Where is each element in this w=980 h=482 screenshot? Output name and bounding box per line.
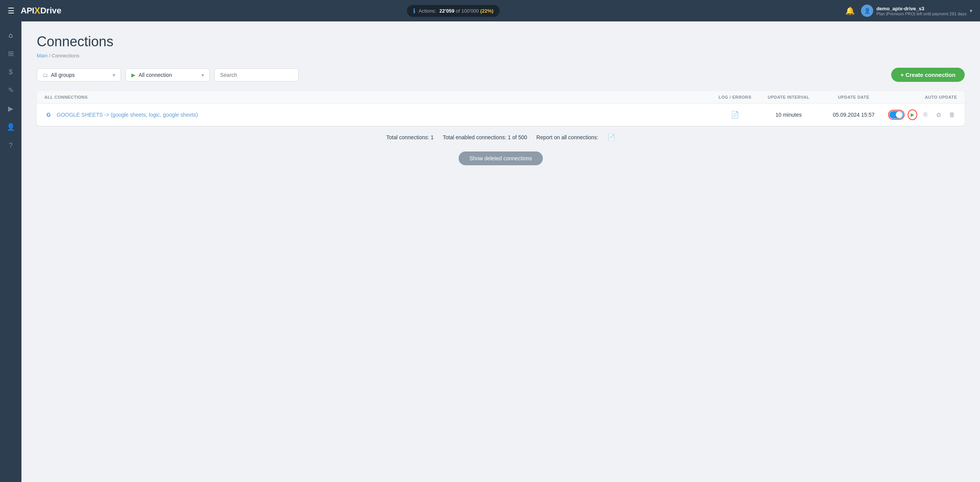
topnav-right: 🔔 👤 demo_apix-drive_s3 Plan |Premium PRO… [845, 5, 972, 17]
report-label: Report on all connections: [536, 134, 598, 140]
topnav: ☰ APIXDrive ℹ Actions: 22'059 of 100'000… [0, 0, 980, 21]
connection-filter-label: All connection [139, 72, 172, 78]
actions-pct: (22%) [480, 8, 494, 14]
hamburger-icon[interactable]: ☰ [8, 6, 15, 15]
actions-used: 22'059 [439, 8, 454, 14]
sidebar-item-billing[interactable]: $ [3, 64, 18, 80]
sidebar-item-play[interactable]: ▶ [3, 101, 18, 116]
settings-icon[interactable]: ⚙ [934, 109, 944, 120]
auto-update-toggle[interactable] [888, 110, 905, 120]
page-title: Connections [37, 34, 965, 50]
table-row: G GOOGLE SHEETS -> (google sheets, logic… [37, 104, 965, 126]
chevron-down-icon: ▾ [970, 8, 972, 14]
actions-label: Actions: [418, 8, 436, 14]
user-info: demo_apix-drive_s3 Plan |Premium PRO| le… [876, 6, 967, 16]
header-all-connections: ALL CONNECTIONS [44, 95, 712, 99]
sidebar-item-help[interactable]: ? [3, 138, 18, 153]
logo-api: API [21, 6, 34, 16]
toggle-thumb [896, 111, 903, 118]
logo-x: X [34, 5, 40, 16]
user-plan: Plan |Premium PRO| left until payment 26… [876, 11, 967, 16]
actions-badge: ℹ Actions: 22'059 of 100'000 (22%) [407, 5, 500, 17]
user-name: demo_apix-drive_s3 [876, 6, 967, 11]
bell-icon[interactable]: 🔔 [845, 6, 855, 15]
toolbar-left: 🗂 All groups ▾ ▶ All connection ▾ [37, 68, 887, 81]
stats-row: Total connections: 1 Total enabled conne… [37, 126, 965, 148]
sidebar-item-dashboard[interactable]: ⊞ [3, 46, 18, 61]
folder-icon: 🗂 [42, 72, 48, 78]
actions-cell: ▶ ⎘ ⚙ 🗑 [888, 109, 957, 120]
connection-link[interactable]: GOOGLE SHEETS -> (google sheets, logic, … [57, 112, 198, 118]
date-cell: 05.09.2024 15:57 [819, 112, 888, 118]
log-cell: 📄 [712, 111, 758, 119]
actions-of: of [456, 8, 460, 14]
main-layout: ⌂ ⊞ $ ✎ ▶ 👤 ? Connections Main / Connect… [0, 21, 980, 482]
groups-chevron-icon: ▾ [113, 72, 115, 78]
topnav-center: ℹ Actions: 22'059 of 100'000 (22%) [61, 5, 845, 17]
connections-table: ALL CONNECTIONS LOG / ERRORS UPDATE INTE… [37, 91, 965, 126]
google-icon: G [44, 111, 53, 119]
sidebar-item-user[interactable]: 👤 [3, 119, 18, 135]
total-enabled: Total enabled connections: 1 of 500 [443, 134, 527, 140]
sidebar: ⌂ ⊞ $ ✎ ▶ 👤 ? [0, 21, 21, 482]
groups-dropdown[interactable]: 🗂 All groups ▾ [37, 68, 121, 81]
total-connections: Total connections: 1 [386, 134, 434, 140]
actions-count: 22'059 of 100'000 (22%) [439, 8, 494, 14]
toggle-track [889, 111, 903, 119]
toolbar: 🗂 All groups ▾ ▶ All connection ▾ + Crea… [37, 68, 965, 82]
breadcrumb-sep: / [47, 53, 52, 59]
show-deleted-button[interactable]: Show deleted connections [459, 151, 542, 165]
delete-icon[interactable]: 🗑 [947, 109, 957, 120]
logo: APIXDrive [21, 5, 61, 16]
groups-label: All groups [51, 72, 75, 78]
header-auto-update: AUTO UPDATE [888, 95, 957, 99]
connection-filter-dropdown[interactable]: ▶ All connection ▾ [126, 68, 210, 81]
interval-cell: 10 minutes [758, 112, 819, 118]
avatar: 👤 [861, 5, 873, 17]
filter-play-icon: ▶ [131, 72, 136, 78]
actions-total: 100'000 [461, 8, 479, 14]
breadcrumb: Main / Connections [37, 53, 965, 59]
info-icon: ℹ [413, 7, 415, 15]
copy-icon[interactable]: ⎘ [920, 109, 931, 120]
search-wrapper [214, 68, 299, 81]
sidebar-item-home[interactable]: ⌂ [3, 28, 18, 43]
topnav-left: ☰ APIXDrive [8, 5, 61, 16]
table-header: ALL CONNECTIONS LOG / ERRORS UPDATE INTE… [37, 91, 965, 104]
breadcrumb-home[interactable]: Main [37, 53, 47, 59]
logo-drive: Drive [40, 6, 61, 16]
log-icon[interactable]: 📄 [731, 111, 739, 119]
sidebar-item-edit[interactable]: ✎ [3, 83, 18, 98]
header-update-interval: UPDATE INTERVAL [758, 95, 819, 99]
create-connection-label: + Create connection [900, 72, 956, 78]
header-log-errors: LOG / ERRORS [712, 95, 758, 99]
filter-chevron-icon: ▾ [201, 72, 204, 78]
search-input[interactable] [220, 72, 293, 78]
user-section[interactable]: 👤 demo_apix-drive_s3 Plan |Premium PRO| … [861, 5, 972, 17]
connection-name-cell: G GOOGLE SHEETS -> (google sheets, logic… [44, 111, 712, 119]
run-button[interactable]: ▶ [908, 109, 917, 120]
report-icon[interactable]: 📄 [608, 134, 615, 141]
create-connection-button[interactable]: + Create connection [891, 68, 965, 82]
breadcrumb-current: Connections [52, 53, 79, 59]
header-update-date: UPDATE DATE [819, 95, 888, 99]
content: Connections Main / Connections 🗂 All gro… [21, 21, 980, 482]
